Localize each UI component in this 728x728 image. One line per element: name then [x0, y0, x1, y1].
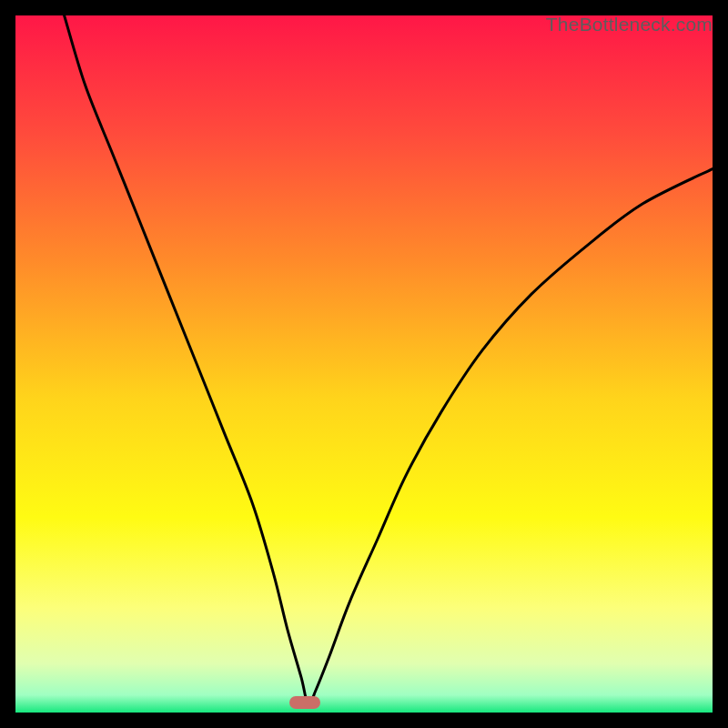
gradient-background — [15, 15, 713, 713]
watermark-text: TheBottleneck.com — [546, 14, 713, 35]
chart-frame: TheBottleneck.com — [15, 15, 713, 713]
bottleneck-chart — [15, 15, 713, 713]
optimal-point-marker — [289, 696, 320, 709]
